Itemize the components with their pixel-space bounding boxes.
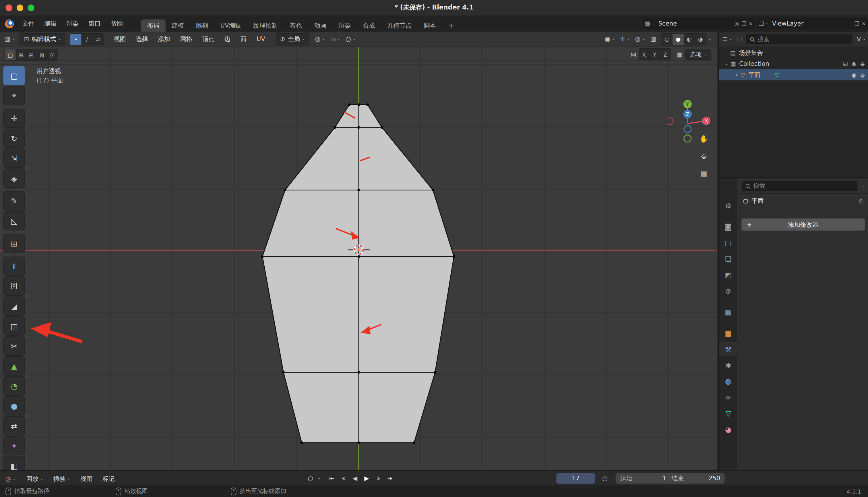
outliner-display-mode-icon[interactable]: ❏	[737, 36, 742, 42]
tab-material[interactable]: ◕	[719, 422, 737, 437]
menu-marker[interactable]: 标记	[98, 471, 120, 486]
menu-view[interactable]: 视图	[109, 32, 131, 46]
menu-file[interactable]: 文件	[17, 15, 39, 32]
collection-render-camera-icon[interactable]: ⬙	[860, 61, 865, 67]
select-mode-subtract[interactable]: ⊟	[26, 49, 37, 61]
jump-to-end-button[interactable]: ⇥	[384, 473, 396, 483]
viewlayer-browse-icon[interactable]: ❏	[759, 20, 764, 27]
tab-view-layer[interactable]: ❏	[719, 252, 737, 266]
tool-inset-faces[interactable]: 回	[3, 276, 25, 296]
prev-keyframe-button[interactable]: «	[338, 473, 349, 483]
workspace-tab-uv[interactable]: UV编辑	[214, 19, 247, 31]
scene-pin-icon[interactable]: ◎	[735, 20, 739, 26]
timeline-editor-icon[interactable]: ◷	[5, 475, 11, 482]
gizmos-toggle-icon[interactable]: ✛	[620, 36, 625, 43]
menu-window[interactable]: 窗口	[84, 15, 106, 32]
workspace-tab-animation[interactable]: 动画	[308, 19, 333, 31]
edit-mesh-canvas[interactable]	[0, 32, 717, 470]
shading-solid-button[interactable]: ●	[673, 33, 684, 45]
current-frame-field[interactable]: 17	[556, 473, 595, 484]
collection-checkbox-icon[interactable]: ☑	[843, 61, 848, 67]
viewlayer-name[interactable]: ViewLayer	[772, 20, 854, 27]
autokey-toggle-icon[interactable]: ○	[306, 474, 316, 482]
shading-material-button[interactable]: ◐	[684, 33, 695, 45]
pivot-caret[interactable]: ⌄	[322, 37, 325, 41]
jump-to-start-button[interactable]: ⇤	[326, 473, 338, 483]
tool-smooth[interactable]: ●	[3, 396, 25, 415]
tab-output[interactable]: ▤	[719, 236, 737, 250]
tool-spin[interactable]: ◔	[3, 376, 25, 396]
timeline-editor-caret[interactable]: ⌄	[13, 477, 16, 481]
options-dropdown[interactable]: 选项 ⌄	[686, 49, 711, 60]
workspace-tab-scripting[interactable]: 脚本	[418, 19, 442, 31]
workspace-tab-layout[interactable]: 布局	[141, 19, 166, 31]
tab-constraints[interactable]: ∞	[719, 390, 737, 404]
viewlayer-duplicate-icon[interactable]: ❐	[854, 20, 859, 26]
tool-poly-build[interactable]: ▲	[3, 356, 25, 375]
collection-hide-eye-icon[interactable]: ◉	[852, 61, 856, 67]
snap-uv-icon[interactable]: ▦	[676, 51, 682, 58]
menu-keying[interactable]: 插帧⌄	[48, 471, 75, 486]
tool-rotate[interactable]: ↻	[3, 128, 25, 148]
next-keyframe-button[interactable]: »	[372, 473, 384, 483]
menu-timeline-view[interactable]: 视图	[75, 471, 98, 486]
tool-extrude-region[interactable]: ⇧	[3, 257, 25, 276]
scene-unlink-icon[interactable]: ✕	[749, 21, 753, 26]
proportional-caret[interactable]: ⌄	[353, 37, 356, 41]
object-expand-icon[interactable]: ›	[736, 72, 738, 77]
xray-toggle-icon[interactable]: ▥	[650, 36, 656, 43]
tool-shrink-fatten[interactable]: ✦	[3, 436, 25, 455]
tool-transform[interactable]: ◈	[3, 168, 25, 188]
tool-knife[interactable]: ✂	[3, 337, 25, 356]
scene-browse-icon[interactable]: ▦	[644, 20, 650, 27]
tool-edge-slide[interactable]: ⇄	[3, 416, 25, 436]
proportional-edit-icon[interactable]: ○	[345, 36, 351, 43]
vertex-select-button[interactable]: ∙	[71, 33, 82, 45]
gizmos-caret[interactable]: ⌄	[627, 37, 630, 41]
tool-bevel[interactable]: ◢	[3, 297, 25, 316]
select-mode-intersect[interactable]: ⊡	[47, 49, 58, 61]
blender-logo-icon[interactable]	[5, 19, 14, 28]
overlays-toggle-icon[interactable]: ◎	[635, 36, 641, 43]
workspace-tab-compositing[interactable]: 合成	[357, 19, 381, 31]
zoom-view-button[interactable]	[696, 114, 711, 129]
camera-view-button[interactable]: ⬙	[696, 148, 711, 164]
menu-playback[interactable]: 回放⌄	[21, 471, 48, 486]
tool-cursor[interactable]: ⌖	[3, 86, 25, 105]
show-hide-caret[interactable]: ⌄	[612, 37, 615, 41]
tool-move[interactable]: ✛	[3, 109, 25, 128]
menu-face[interactable]: 面	[235, 32, 251, 46]
tool-add-primitive[interactable]: ⊞	[3, 234, 25, 253]
overlays-caret[interactable]: ⌄	[642, 37, 645, 41]
menu-select[interactable]: 选择	[131, 32, 153, 46]
outliner-filter-caret[interactable]: ⌄	[863, 37, 866, 41]
snap-magnet-icon[interactable]: ∩	[331, 36, 335, 43]
tab-modifiers[interactable]: ⚒	[719, 342, 737, 356]
tab-scene[interactable]: ◩	[719, 268, 737, 282]
menu-mesh[interactable]: 网格	[175, 32, 197, 46]
play-reverse-button[interactable]: ◀	[349, 473, 361, 483]
frame-end-field[interactable]: 结束 250	[667, 473, 725, 484]
symmetry-x-toggle[interactable]: X	[639, 48, 650, 60]
select-mode-invert[interactable]: ⊠	[36, 49, 47, 61]
outliner-filter-icon[interactable]: ∇	[857, 36, 861, 43]
object-hide-eye-icon[interactable]: ◉	[852, 72, 856, 78]
tab-collection[interactable]: ▦	[719, 305, 737, 319]
tab-object[interactable]: ■	[719, 326, 737, 340]
tab-render[interactable]: ◙	[719, 219, 737, 234]
workspace-tab-sculpting[interactable]: 雕刻	[190, 19, 214, 31]
menu-render[interactable]: 渲染	[61, 15, 84, 32]
outliner-search-input[interactable]: 搜索	[746, 34, 852, 44]
workspace-tab-shading[interactable]: 着色	[284, 19, 308, 31]
scene-browse-caret[interactable]: ⌄	[652, 22, 655, 25]
select-mode-new[interactable]: ▢	[5, 49, 15, 61]
editor-type-icon[interactable]: ▦	[4, 36, 10, 43]
face-select-button[interactable]: ▱	[93, 33, 104, 45]
scene-name[interactable]: Scene	[659, 20, 735, 27]
shading-wireframe-button[interactable]: ○	[662, 33, 673, 45]
autokey-caret[interactable]: ⌄	[317, 476, 320, 480]
symmetry-y-toggle[interactable]: Y	[650, 48, 660, 60]
ortho-toggle-button[interactable]: ▦	[696, 166, 711, 181]
outliner-row-object-plane[interactable]: › ▽ 平面 ▽ ◉ ⬙	[719, 69, 868, 81]
shading-rendered-button[interactable]: ◑	[695, 33, 706, 45]
